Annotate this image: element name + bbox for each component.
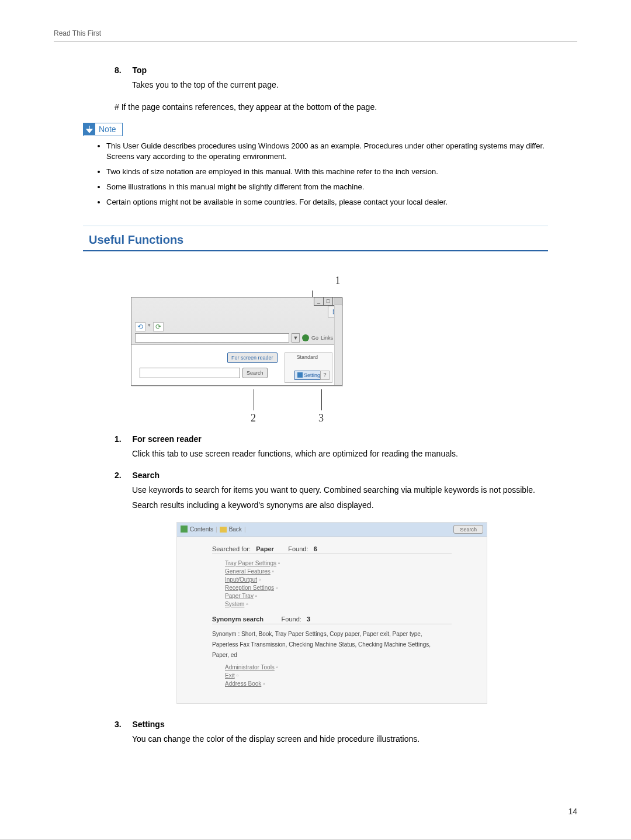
item3-number: 3. [115,720,130,729]
maximize-icon[interactable]: □ [323,297,333,306]
search-input[interactable] [140,368,240,378]
address-dropdown-icon[interactable]: ▼ [292,333,300,343]
item2-body-2: Search results including a keyword's syn… [132,499,548,511]
synonym-text-1: Synonym : Short, Book, Tray Paper Settin… [212,630,452,638]
item8-title: Top [132,65,147,75]
note-list: This User Guide describes procedures usi… [83,141,548,208]
callout-1: 1 [332,275,344,287]
item1-body: Click this tab to use screen reader func… [132,448,548,459]
searched-for-line: Searched for: Paper Found: 6 [212,545,452,552]
note-item: Two kinds of size notation are employed … [106,167,548,178]
back-icon[interactable] [220,527,227,533]
results-list-2: Administrator Tools ▫ Exit ▫ Address Boo… [225,664,452,687]
results-list-1: Tray Paper Settings ▫ General Features ▫… [225,560,452,607]
standard-panel: Standard Settings ? [285,352,332,383]
note-item: Certain options might not be available i… [106,197,548,208]
item1-title: For screen reader [132,434,201,444]
links-label[interactable]: Links [321,335,333,341]
running-head: Read This First [54,29,577,42]
result-link[interactable]: Reception Settings ▫ [225,585,452,591]
callout-3: 3 [318,412,324,424]
result-link[interactable]: Address Book ▫ [225,680,452,687]
item2-body-1: Use keywords to search for items you wan… [132,484,548,496]
note-item: This User Guide describes procedures usi… [106,141,548,163]
note-label: Note [99,125,116,134]
standard-label: Standard [296,354,318,360]
toolbar-contents-label[interactable]: Contents [190,526,213,533]
note-item: Some illustrations in this manual might … [106,182,548,193]
go-icon[interactable] [302,334,309,341]
minimize-icon[interactable]: _ [314,297,324,306]
item3-body: You can change the color of the display … [132,733,548,745]
result-link[interactable]: General Features ▫ [225,568,452,575]
browser-window: _ □ × ▧ ⟲ ▾ ⟳ ▼ Go Links [131,297,342,386]
result-link[interactable]: Paper Tray ▫ [225,593,452,599]
results-toolbar: Contents | Back | Search [177,523,487,537]
page-number: 14 [568,807,577,816]
help-icon[interactable]: ? [320,371,330,380]
address-bar[interactable]: ▼ Go Links » [135,333,338,343]
item8-number: 8. [115,65,130,75]
figure-useful-functions: _ □ × ▧ ⟲ ▾ ⟳ ▼ Go Links [131,291,342,410]
item2-number: 2. [115,471,130,480]
down-arrow-icon [84,123,95,135]
note-badge: Note [83,123,123,136]
search-button[interactable]: Search [242,368,268,378]
address-input[interactable] [135,333,289,343]
toolbar-back-label[interactable]: Back [229,526,242,533]
section-title: Useful Functions [83,233,548,251]
synonym-line: Synonym search Found: 3 [212,616,452,623]
synonym-text-3: Paper, ed [212,651,452,659]
nav-forward-icon[interactable]: ⟳ [153,322,164,331]
result-link[interactable]: Exit ▫ [225,672,452,679]
go-label: Go [311,335,318,341]
nav-back-icon[interactable]: ⟲ [135,322,145,331]
scrollbar[interactable] [334,298,342,385]
for-screen-reader-tab[interactable]: For screen reader [227,352,278,363]
item3-title: Settings [132,720,164,729]
result-link[interactable]: Administrator Tools ▫ [225,664,452,670]
reference-note: # If the page contains references, they … [115,101,548,113]
synonym-text-2: Paperless Fax Transmission, Checking Mac… [212,641,452,649]
item8-body: Takes you to the top of the current page… [132,79,548,91]
result-link[interactable]: Tray Paper Settings ▫ [225,560,452,566]
callout-2: 2 [251,412,256,424]
result-link[interactable]: Input/Output ▫ [225,576,452,583]
contents-icon[interactable] [181,527,188,533]
result-link[interactable]: System ▫ [225,601,452,607]
item2-title: Search [132,471,160,480]
item1-number: 1. [115,434,130,444]
results-search-button[interactable]: Search [453,525,483,534]
figure-search-results: Contents | Back | Search Searched for: P… [176,522,487,704]
